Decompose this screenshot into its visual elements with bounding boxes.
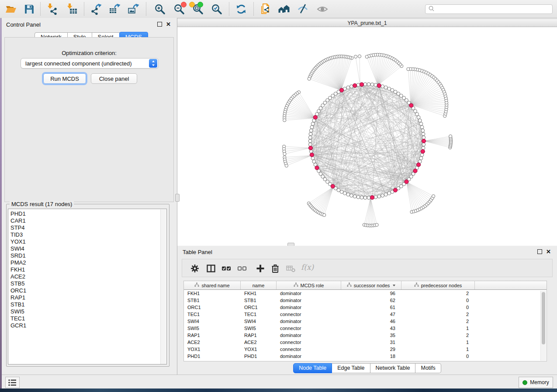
criterion-dropdown[interactable]: largest connected component (undirected) bbox=[21, 58, 159, 69]
cell-name[interactable]: TEC1 bbox=[241, 312, 277, 317]
vertical-splitter[interactable] bbox=[177, 20, 177, 246]
mcds-result-list[interactable]: PHD1CAR1STP4TID3YOX1SWI4SRD1PMA2FKH1ACE2… bbox=[8, 209, 167, 364]
cell-shared-name[interactable]: YOX1 bbox=[184, 347, 241, 352]
cell-successor-nodes[interactable]: 29 bbox=[341, 347, 401, 352]
zoom-in-icon[interactable] bbox=[154, 3, 166, 15]
cell-shared-name[interactable]: PHD1 bbox=[184, 354, 241, 359]
cell-successor-nodes[interactable]: 31 bbox=[341, 340, 401, 345]
control-panel-float-button[interactable] bbox=[157, 22, 162, 27]
table-row[interactable]: TEC1TEC1connector472 bbox=[184, 311, 547, 318]
cell-successor-nodes[interactable]: 18 bbox=[341, 354, 401, 359]
export-network-icon[interactable] bbox=[90, 3, 102, 15]
mcds-result-item[interactable]: PMA2 bbox=[10, 259, 166, 266]
delete-trash-icon[interactable] bbox=[270, 264, 280, 273]
mcds-result-item[interactable]: STB5 bbox=[10, 280, 166, 287]
mcds-result-item[interactable]: PHD1 bbox=[10, 210, 166, 217]
mcds-result-item[interactable]: CAR1 bbox=[10, 217, 166, 224]
select-all-icon[interactable] bbox=[221, 264, 231, 273]
mcds-result-item[interactable]: RAP1 bbox=[10, 294, 166, 301]
cell-predecessor-nodes[interactable]: 2 bbox=[401, 333, 475, 338]
column-header-predecessor-nodes[interactable]: predecessor nodes bbox=[401, 281, 475, 289]
mcds-result-item[interactable]: FKH1 bbox=[10, 266, 166, 273]
table-row[interactable]: YOX1YOX1connector291 bbox=[184, 346, 547, 353]
export-image-icon[interactable] bbox=[128, 3, 139, 15]
cell-MCDS-role[interactable]: connector bbox=[277, 347, 341, 352]
mcds-result-item[interactable]: TEC1 bbox=[10, 315, 166, 322]
cell-name[interactable]: STB1 bbox=[241, 298, 277, 303]
refresh-layout-icon[interactable] bbox=[235, 3, 247, 15]
table-panel-close-button[interactable]: ✕ bbox=[546, 250, 551, 254]
cell-successor-nodes[interactable]: 47 bbox=[341, 312, 401, 317]
cell-shared-name[interactable]: STB1 bbox=[184, 298, 241, 303]
import-table-icon[interactable] bbox=[66, 3, 77, 15]
cell-predecessor-nodes[interactable]: 1 bbox=[401, 326, 475, 331]
cell-shared-name[interactable]: ORC1 bbox=[184, 305, 241, 310]
cell-MCDS-role[interactable]: connector bbox=[277, 312, 341, 317]
table-row[interactable]: PHD1PHD1dominator180 bbox=[184, 353, 547, 360]
cell-name[interactable]: ORC1 bbox=[241, 305, 277, 310]
share-document-icon[interactable] bbox=[259, 3, 271, 15]
home-icon[interactable] bbox=[278, 3, 290, 15]
network-view-canvas[interactable] bbox=[177, 27, 557, 246]
cell-predecessor-nodes[interactable]: 0 bbox=[401, 305, 475, 310]
deselect-all-icon[interactable] bbox=[237, 264, 247, 273]
window-close-traffic-light[interactable] bbox=[181, 2, 187, 7]
cell-predecessor-nodes[interactable]: 0 bbox=[401, 354, 475, 359]
open-file-icon[interactable] bbox=[5, 3, 17, 15]
mcds-result-item[interactable]: STB1 bbox=[10, 301, 166, 308]
hide-panel-icon[interactable] bbox=[297, 3, 308, 15]
close-panel-button[interactable]: Close panel bbox=[91, 73, 137, 84]
table-row[interactable]: SWI4SWI4dominator462 bbox=[184, 318, 547, 325]
table-row[interactable]: STB1STB1dominator620 bbox=[184, 297, 547, 304]
window-minimize-traffic-light[interactable] bbox=[189, 2, 195, 7]
cell-successor-nodes[interactable]: 46 bbox=[341, 319, 401, 324]
column-selector-icon[interactable] bbox=[206, 264, 216, 273]
cell-shared-name[interactable]: SWI4 bbox=[184, 319, 241, 324]
vertical-splitter-handle[interactable] bbox=[175, 194, 180, 202]
cell-shared-name[interactable]: TEC1 bbox=[184, 312, 241, 317]
mcds-result-item[interactable]: SRD1 bbox=[10, 252, 166, 259]
mcds-result-item[interactable]: STP4 bbox=[10, 224, 166, 231]
cell-successor-nodes[interactable]: 62 bbox=[341, 298, 401, 303]
mcds-result-item[interactable]: GCR1 bbox=[10, 322, 166, 329]
cell-predecessor-nodes[interactable]: 2 bbox=[401, 312, 475, 317]
cell-predecessor-nodes[interactable]: 1 bbox=[401, 340, 475, 345]
export-table-icon[interactable] bbox=[109, 3, 121, 15]
column-header-name[interactable]: name bbox=[241, 281, 277, 289]
cell-MCDS-role[interactable]: dominator bbox=[277, 333, 341, 338]
mcds-result-item[interactable]: SWI5 bbox=[10, 308, 166, 315]
zoom-selected-icon[interactable] bbox=[211, 3, 222, 15]
memory-button[interactable]: Memory bbox=[519, 377, 553, 388]
table-row[interactable]: SWI5SWI5connector431 bbox=[184, 325, 547, 332]
table-row[interactable]: FKH1FKH1dominator962 bbox=[184, 290, 547, 297]
cell-name[interactable]: YOX1 bbox=[241, 347, 277, 352]
cell-MCDS-role[interactable]: dominator bbox=[277, 305, 341, 310]
cell-shared-name[interactable]: RAP1 bbox=[184, 333, 241, 338]
table-row[interactable]: ACE2ACE2connector311 bbox=[184, 339, 547, 346]
cell-MCDS-role[interactable]: dominator bbox=[277, 298, 341, 303]
cell-successor-nodes[interactable]: 43 bbox=[341, 326, 401, 331]
table-row[interactable]: ORC1ORC1dominator610 bbox=[184, 304, 547, 311]
window-zoom-traffic-light[interactable] bbox=[197, 2, 203, 7]
save-session-icon[interactable] bbox=[23, 3, 35, 15]
node-table-scrollbar[interactable] bbox=[540, 291, 546, 361]
cell-predecessor-nodes[interactable]: 2 bbox=[401, 291, 475, 296]
tab-network-table[interactable]: Network Table bbox=[370, 363, 416, 373]
mcds-result-item[interactable]: ORC1 bbox=[10, 287, 166, 294]
mcds-result-item[interactable]: YOX1 bbox=[10, 238, 166, 245]
cell-predecessor-nodes[interactable]: 1 bbox=[401, 347, 475, 352]
cell-successor-nodes[interactable]: 35 bbox=[341, 333, 401, 338]
task-history-button[interactable] bbox=[5, 377, 20, 388]
cell-name[interactable]: RAP1 bbox=[241, 333, 277, 338]
cell-MCDS-role[interactable]: connector bbox=[277, 326, 341, 331]
cell-shared-name[interactable]: SWI5 bbox=[184, 326, 241, 331]
cell-successor-nodes[interactable]: 61 bbox=[341, 305, 401, 310]
mcds-result-item[interactable]: TID3 bbox=[10, 231, 166, 238]
import-network-icon[interactable] bbox=[46, 3, 58, 15]
search-box[interactable] bbox=[425, 4, 553, 14]
control-panel-close-button[interactable]: ✕ bbox=[166, 22, 171, 26]
cell-name[interactable]: SWI5 bbox=[241, 326, 277, 331]
cell-predecessor-nodes[interactable]: 0 bbox=[401, 298, 475, 303]
table-settings-gear-icon[interactable] bbox=[190, 264, 200, 273]
table-panel-float-button[interactable] bbox=[537, 249, 542, 254]
